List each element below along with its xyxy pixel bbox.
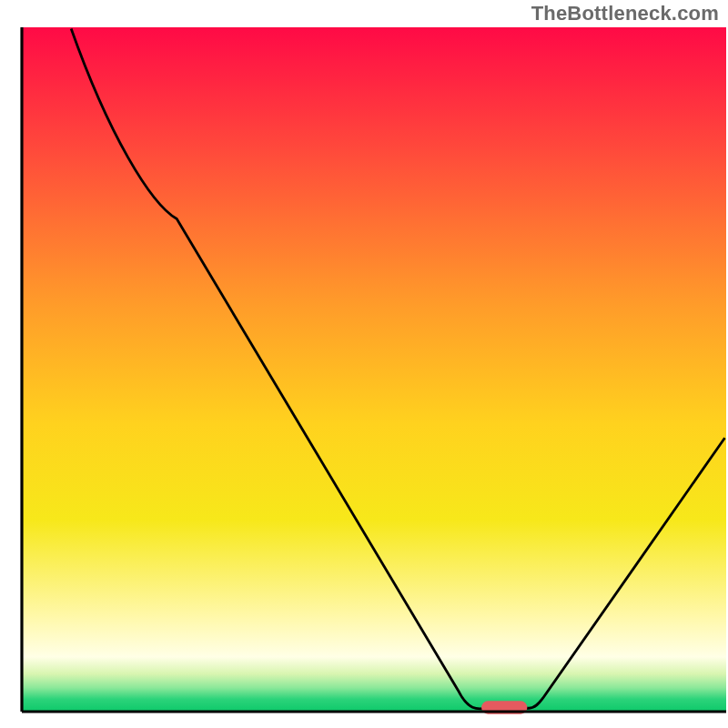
chart-container: TheBottleneck.com xyxy=(0,0,728,728)
bottleneck-chart xyxy=(0,0,728,728)
watermark-text: TheBottleneck.com xyxy=(531,2,719,25)
gradient-background xyxy=(22,27,726,712)
